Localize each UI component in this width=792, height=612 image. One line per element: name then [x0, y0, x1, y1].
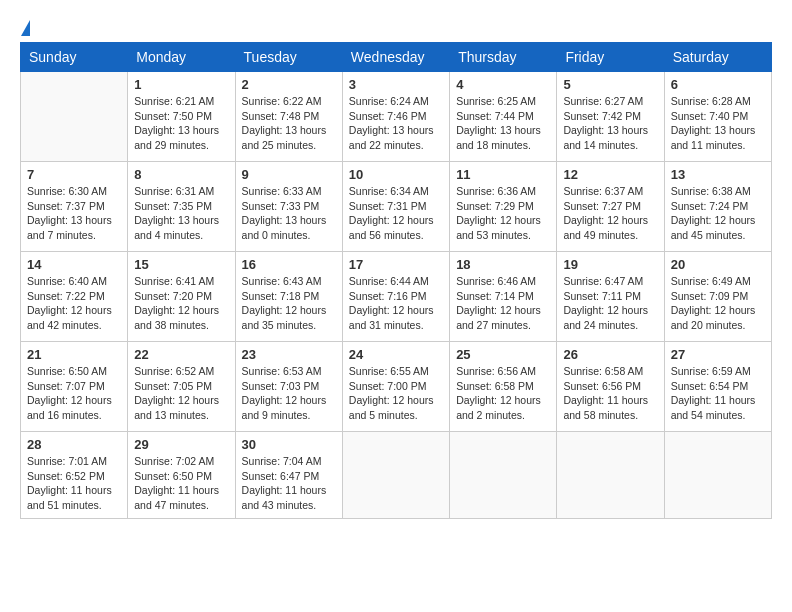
calendar-week-row: 7Sunrise: 6:30 AM Sunset: 7:37 PM Daylig…	[21, 162, 772, 252]
day-info: Sunrise: 6:40 AM Sunset: 7:22 PM Dayligh…	[27, 274, 121, 333]
day-number: 22	[134, 347, 228, 362]
day-number: 19	[563, 257, 657, 272]
day-info: Sunrise: 6:50 AM Sunset: 7:07 PM Dayligh…	[27, 364, 121, 423]
day-number: 10	[349, 167, 443, 182]
day-number: 17	[349, 257, 443, 272]
weekday-header-friday: Friday	[557, 43, 664, 72]
day-info: Sunrise: 6:47 AM Sunset: 7:11 PM Dayligh…	[563, 274, 657, 333]
day-info: Sunrise: 6:33 AM Sunset: 7:33 PM Dayligh…	[242, 184, 336, 243]
day-info: Sunrise: 7:02 AM Sunset: 6:50 PM Dayligh…	[134, 454, 228, 513]
weekday-header-sunday: Sunday	[21, 43, 128, 72]
day-info: Sunrise: 6:36 AM Sunset: 7:29 PM Dayligh…	[456, 184, 550, 243]
day-number: 5	[563, 77, 657, 92]
day-number: 3	[349, 77, 443, 92]
day-number: 20	[671, 257, 765, 272]
day-info: Sunrise: 6:52 AM Sunset: 7:05 PM Dayligh…	[134, 364, 228, 423]
calendar-cell: 14Sunrise: 6:40 AM Sunset: 7:22 PM Dayli…	[21, 252, 128, 342]
calendar-week-row: 1Sunrise: 6:21 AM Sunset: 7:50 PM Daylig…	[21, 72, 772, 162]
day-info: Sunrise: 6:25 AM Sunset: 7:44 PM Dayligh…	[456, 94, 550, 153]
day-number: 30	[242, 437, 336, 452]
day-number: 13	[671, 167, 765, 182]
day-number: 14	[27, 257, 121, 272]
calendar-week-row: 14Sunrise: 6:40 AM Sunset: 7:22 PM Dayli…	[21, 252, 772, 342]
logo	[20, 20, 32, 32]
logo-icon	[21, 20, 30, 36]
calendar-cell: 22Sunrise: 6:52 AM Sunset: 7:05 PM Dayli…	[128, 342, 235, 432]
calendar-cell: 28Sunrise: 7:01 AM Sunset: 6:52 PM Dayli…	[21, 432, 128, 519]
day-info: Sunrise: 6:43 AM Sunset: 7:18 PM Dayligh…	[242, 274, 336, 333]
calendar-cell: 10Sunrise: 6:34 AM Sunset: 7:31 PM Dayli…	[342, 162, 449, 252]
weekday-header-monday: Monday	[128, 43, 235, 72]
calendar-cell: 30Sunrise: 7:04 AM Sunset: 6:47 PM Dayli…	[235, 432, 342, 519]
day-info: Sunrise: 6:22 AM Sunset: 7:48 PM Dayligh…	[242, 94, 336, 153]
day-info: Sunrise: 6:44 AM Sunset: 7:16 PM Dayligh…	[349, 274, 443, 333]
day-number: 1	[134, 77, 228, 92]
day-info: Sunrise: 6:34 AM Sunset: 7:31 PM Dayligh…	[349, 184, 443, 243]
calendar-cell: 18Sunrise: 6:46 AM Sunset: 7:14 PM Dayli…	[450, 252, 557, 342]
calendar-cell: 26Sunrise: 6:58 AM Sunset: 6:56 PM Dayli…	[557, 342, 664, 432]
calendar-cell: 25Sunrise: 6:56 AM Sunset: 6:58 PM Dayli…	[450, 342, 557, 432]
day-number: 11	[456, 167, 550, 182]
calendar-cell: 17Sunrise: 6:44 AM Sunset: 7:16 PM Dayli…	[342, 252, 449, 342]
day-info: Sunrise: 6:46 AM Sunset: 7:14 PM Dayligh…	[456, 274, 550, 333]
day-info: Sunrise: 6:38 AM Sunset: 7:24 PM Dayligh…	[671, 184, 765, 243]
day-info: Sunrise: 6:56 AM Sunset: 6:58 PM Dayligh…	[456, 364, 550, 423]
day-info: Sunrise: 6:31 AM Sunset: 7:35 PM Dayligh…	[134, 184, 228, 243]
calendar-cell: 4Sunrise: 6:25 AM Sunset: 7:44 PM Daylig…	[450, 72, 557, 162]
weekday-header-saturday: Saturday	[664, 43, 771, 72]
day-info: Sunrise: 7:01 AM Sunset: 6:52 PM Dayligh…	[27, 454, 121, 513]
calendar-header-row: SundayMondayTuesdayWednesdayThursdayFrid…	[21, 43, 772, 72]
day-info: Sunrise: 6:58 AM Sunset: 6:56 PM Dayligh…	[563, 364, 657, 423]
day-number: 21	[27, 347, 121, 362]
day-info: Sunrise: 6:55 AM Sunset: 7:00 PM Dayligh…	[349, 364, 443, 423]
day-number: 2	[242, 77, 336, 92]
day-number: 8	[134, 167, 228, 182]
day-number: 26	[563, 347, 657, 362]
calendar-cell	[342, 432, 449, 519]
calendar-cell: 11Sunrise: 6:36 AM Sunset: 7:29 PM Dayli…	[450, 162, 557, 252]
day-number: 24	[349, 347, 443, 362]
day-number: 7	[27, 167, 121, 182]
day-number: 27	[671, 347, 765, 362]
weekday-header-thursday: Thursday	[450, 43, 557, 72]
calendar-cell: 6Sunrise: 6:28 AM Sunset: 7:40 PM Daylig…	[664, 72, 771, 162]
day-info: Sunrise: 6:37 AM Sunset: 7:27 PM Dayligh…	[563, 184, 657, 243]
calendar-cell: 24Sunrise: 6:55 AM Sunset: 7:00 PM Dayli…	[342, 342, 449, 432]
calendar-cell: 16Sunrise: 6:43 AM Sunset: 7:18 PM Dayli…	[235, 252, 342, 342]
calendar-cell: 1Sunrise: 6:21 AM Sunset: 7:50 PM Daylig…	[128, 72, 235, 162]
day-info: Sunrise: 6:27 AM Sunset: 7:42 PM Dayligh…	[563, 94, 657, 153]
day-number: 16	[242, 257, 336, 272]
calendar-cell: 12Sunrise: 6:37 AM Sunset: 7:27 PM Dayli…	[557, 162, 664, 252]
calendar-cell: 8Sunrise: 6:31 AM Sunset: 7:35 PM Daylig…	[128, 162, 235, 252]
calendar-cell: 15Sunrise: 6:41 AM Sunset: 7:20 PM Dayli…	[128, 252, 235, 342]
calendar-cell	[557, 432, 664, 519]
calendar-week-row: 28Sunrise: 7:01 AM Sunset: 6:52 PM Dayli…	[21, 432, 772, 519]
day-info: Sunrise: 6:28 AM Sunset: 7:40 PM Dayligh…	[671, 94, 765, 153]
calendar-cell: 29Sunrise: 7:02 AM Sunset: 6:50 PM Dayli…	[128, 432, 235, 519]
calendar-cell: 20Sunrise: 6:49 AM Sunset: 7:09 PM Dayli…	[664, 252, 771, 342]
day-info: Sunrise: 7:04 AM Sunset: 6:47 PM Dayligh…	[242, 454, 336, 513]
day-info: Sunrise: 6:53 AM Sunset: 7:03 PM Dayligh…	[242, 364, 336, 423]
calendar-cell	[664, 432, 771, 519]
day-number: 12	[563, 167, 657, 182]
day-number: 15	[134, 257, 228, 272]
calendar-cell: 23Sunrise: 6:53 AM Sunset: 7:03 PM Dayli…	[235, 342, 342, 432]
day-number: 23	[242, 347, 336, 362]
calendar-table: SundayMondayTuesdayWednesdayThursdayFrid…	[20, 42, 772, 519]
page-header	[20, 20, 772, 32]
calendar-cell: 5Sunrise: 6:27 AM Sunset: 7:42 PM Daylig…	[557, 72, 664, 162]
calendar-cell	[450, 432, 557, 519]
day-info: Sunrise: 6:21 AM Sunset: 7:50 PM Dayligh…	[134, 94, 228, 153]
day-info: Sunrise: 6:41 AM Sunset: 7:20 PM Dayligh…	[134, 274, 228, 333]
day-number: 9	[242, 167, 336, 182]
calendar-week-row: 21Sunrise: 6:50 AM Sunset: 7:07 PM Dayli…	[21, 342, 772, 432]
calendar-cell: 7Sunrise: 6:30 AM Sunset: 7:37 PM Daylig…	[21, 162, 128, 252]
day-number: 6	[671, 77, 765, 92]
calendar-cell: 13Sunrise: 6:38 AM Sunset: 7:24 PM Dayli…	[664, 162, 771, 252]
day-info: Sunrise: 6:30 AM Sunset: 7:37 PM Dayligh…	[27, 184, 121, 243]
calendar-cell	[21, 72, 128, 162]
day-number: 25	[456, 347, 550, 362]
day-info: Sunrise: 6:49 AM Sunset: 7:09 PM Dayligh…	[671, 274, 765, 333]
calendar-cell: 19Sunrise: 6:47 AM Sunset: 7:11 PM Dayli…	[557, 252, 664, 342]
weekday-header-wednesday: Wednesday	[342, 43, 449, 72]
